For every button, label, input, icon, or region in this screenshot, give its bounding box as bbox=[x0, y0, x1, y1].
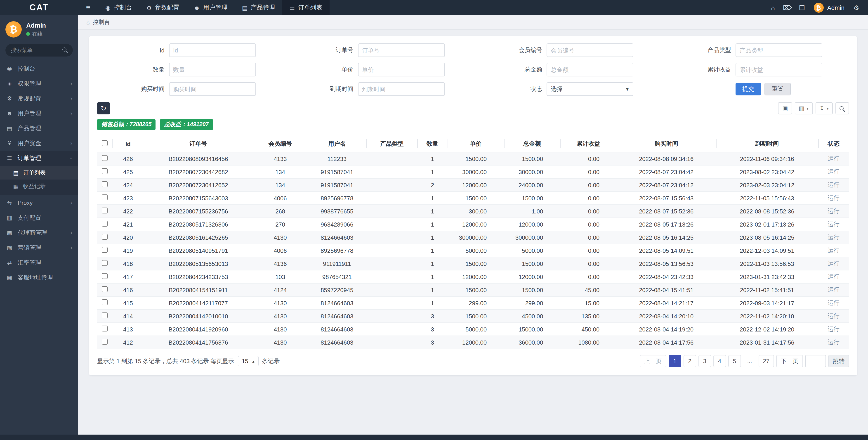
quantity-input[interactable] bbox=[169, 63, 256, 77]
refresh-button[interactable]: ↻ bbox=[97, 102, 110, 114]
page-button-2[interactable]: 2 bbox=[683, 355, 696, 367]
sidebar-link-permission-mgmt[interactable]: ◈权限管理› bbox=[0, 76, 78, 91]
cell-id: 422 bbox=[112, 205, 144, 218]
row-checkbox[interactable] bbox=[102, 273, 107, 279]
table-row[interactable]: 424B202208072304126521349191587041212000… bbox=[97, 178, 849, 192]
sidebar-toggle-button[interactable]: ≡ bbox=[78, 0, 98, 16]
filter-label-product-type: 产品类型 bbox=[690, 46, 736, 54]
table-row[interactable]: 425B202208072304426821349191587041130000… bbox=[97, 165, 849, 178]
next-page-button[interactable]: 下一页 bbox=[776, 355, 803, 367]
sidebar-link-agent-mgmt[interactable]: ▩代理商管理› bbox=[0, 225, 78, 240]
user-menu[interactable]: ₿ Admin bbox=[809, 3, 849, 13]
row-checkbox[interactable] bbox=[102, 339, 107, 345]
buy-time-input[interactable] bbox=[169, 82, 256, 96]
table-row[interactable]: 417B20220804234233753103987654321112000.… bbox=[97, 270, 849, 283]
total-amount-input[interactable] bbox=[547, 63, 633, 77]
unit-price-input[interactable] bbox=[358, 63, 445, 77]
cell-order_no: B20220807230412652 bbox=[144, 178, 253, 192]
row-checkbox[interactable] bbox=[102, 168, 107, 174]
sidebar-link-user-mgmt[interactable]: ☻用户管理› bbox=[0, 106, 78, 121]
row-checkbox[interactable] bbox=[102, 286, 107, 292]
reset-button[interactable]: 重置 bbox=[765, 83, 791, 95]
status-select-value: 选择 bbox=[551, 85, 563, 93]
row-checkbox[interactable] bbox=[102, 326, 107, 331]
row-checkbox[interactable] bbox=[102, 299, 107, 305]
horizontal-scrollbar[interactable] bbox=[0, 435, 868, 440]
table-row[interactable]: 416B202208041541519114124859722094511500… bbox=[97, 283, 849, 296]
sidebar-link-service-address-mgmt[interactable]: ▦客服地址管理 bbox=[0, 270, 78, 285]
table-row[interactable]: 418B20220805135653013413691191191111500.… bbox=[97, 257, 849, 270]
table-row[interactable]: 422B2022080715523675626899887766551300.0… bbox=[97, 205, 849, 218]
sidebar-link-general-config[interactable]: ⚙常规配置› bbox=[0, 91, 78, 106]
nav-item-order-list[interactable]: ☰订单列表 bbox=[282, 0, 330, 16]
page-button-5[interactable]: 5 bbox=[728, 355, 741, 367]
id-input[interactable] bbox=[169, 43, 256, 57]
table-row[interactable]: 421B202208051713268062709634289066112000… bbox=[97, 218, 849, 231]
row-checkbox[interactable] bbox=[102, 195, 107, 200]
sidebar-link-proxy[interactable]: ⇆Proxy› bbox=[0, 195, 78, 210]
jump-button[interactable]: 跳转 bbox=[828, 355, 849, 367]
sidebar-link-payment-config[interactable]: ▥支付配置 bbox=[0, 210, 78, 225]
submenu-link-profit-records[interactable]: ▦收益记录 bbox=[0, 179, 78, 193]
trash-button[interactable]: ⌦ bbox=[780, 0, 795, 16]
refresh-icon: ↻ bbox=[101, 104, 106, 112]
page-button-27[interactable]: 27 bbox=[758, 355, 774, 367]
page-button-4[interactable]: 4 bbox=[713, 355, 726, 367]
settings-button[interactable]: ⚙ bbox=[849, 0, 864, 16]
detail-view-button[interactable]: ▣ bbox=[778, 102, 792, 114]
row-checkbox-cell bbox=[97, 296, 112, 310]
expire-time-input[interactable] bbox=[358, 82, 445, 96]
prev-page-button[interactable]: 上一页 bbox=[640, 355, 666, 367]
table-row[interactable]: 414B202208041420100104130812466460331500… bbox=[97, 310, 849, 323]
submit-button[interactable]: 提交 bbox=[736, 83, 761, 95]
nav-item-user-mgmt[interactable]: ☻用户管理 bbox=[186, 0, 235, 16]
sidebar-link-order-mgmt[interactable]: ☰订单管理› bbox=[0, 151, 78, 166]
table-row[interactable]: 420B202208051614252654130812466460313000… bbox=[97, 231, 849, 244]
row-checkbox[interactable] bbox=[102, 155, 107, 161]
row-checkbox[interactable] bbox=[102, 221, 107, 227]
home-button[interactable]: ⌂ bbox=[766, 0, 780, 16]
cell-unit_price: 30000.00 bbox=[447, 165, 504, 178]
fullscreen-button[interactable]: ❐ bbox=[795, 0, 809, 16]
cell-expire_time: 2022-08-08 15:52:36 bbox=[716, 205, 818, 218]
top-navbar: CAT ≡ ◉控制台⚙参数配置☻用户管理▤产品管理☰订单列表 ⌂⌦❐ ₿ Adm… bbox=[0, 0, 868, 16]
nav-item-dashboard[interactable]: ◉控制台 bbox=[98, 0, 139, 16]
cell-id: 424 bbox=[112, 178, 144, 192]
table-row[interactable]: 419B202208051409517914006892569677815000… bbox=[97, 244, 849, 257]
sidebar-link-product-mgmt[interactable]: ▤产品管理 bbox=[0, 121, 78, 136]
row-checkbox[interactable] bbox=[102, 234, 107, 240]
table-row[interactable]: 412B202208041417568764130812466460331200… bbox=[97, 336, 849, 349]
accum-profit-input[interactable] bbox=[736, 63, 822, 77]
sidebar-link-user-funds[interactable]: ¥用户资金› bbox=[0, 136, 78, 151]
jump-page-input[interactable] bbox=[805, 355, 826, 367]
filter-actions: 提交重置 bbox=[664, 82, 849, 96]
status-select[interactable]: 选择▾ bbox=[547, 82, 633, 96]
table-row[interactable]: 423B202208071556430034006892569677811500… bbox=[97, 192, 849, 205]
page-button-1[interactable]: 1 bbox=[669, 355, 681, 367]
sidebar-link-marketing-mgmt[interactable]: ▧营销管理› bbox=[0, 240, 78, 255]
sidebar-link-exchange-rate-mgmt[interactable]: ⇄汇率管理 bbox=[0, 255, 78, 270]
table-row[interactable]: 413B202208041419209604130812466460335000… bbox=[97, 323, 849, 336]
member-no-input[interactable] bbox=[547, 43, 633, 57]
column-header-qty: 数量 bbox=[417, 136, 447, 152]
search-button[interactable] bbox=[835, 102, 849, 114]
sidebar-item-label: 客服地址管理 bbox=[18, 273, 53, 282]
table-row[interactable]: 415B20220804142117077413081246646031299.… bbox=[97, 296, 849, 310]
nav-item-params-config[interactable]: ⚙参数配置 bbox=[139, 0, 186, 16]
submenu-link-order-list[interactable]: ▤订单列表 bbox=[0, 166, 78, 179]
row-checkbox[interactable] bbox=[102, 247, 107, 253]
columns-button[interactable]: ▥▾ bbox=[795, 102, 813, 114]
product-type-input[interactable] bbox=[736, 43, 822, 57]
order-no-input[interactable] bbox=[358, 43, 445, 57]
export-button[interactable]: ↧▾ bbox=[815, 102, 833, 114]
sidebar-link-dashboard[interactable]: ◉控制台 bbox=[0, 61, 78, 76]
row-checkbox[interactable] bbox=[102, 313, 107, 318]
row-checkbox[interactable] bbox=[102, 181, 107, 187]
table-row[interactable]: 426B20220808093416456413311223311500.001… bbox=[97, 152, 849, 165]
row-checkbox[interactable] bbox=[102, 208, 107, 213]
select-all-checkbox[interactable] bbox=[102, 140, 107, 146]
row-checkbox[interactable] bbox=[102, 260, 107, 266]
page-button-3[interactable]: 3 bbox=[698, 355, 711, 367]
nav-item-product-mgmt[interactable]: ▤产品管理 bbox=[235, 0, 282, 16]
page-size-select[interactable]: 15 ▴ bbox=[238, 356, 258, 366]
